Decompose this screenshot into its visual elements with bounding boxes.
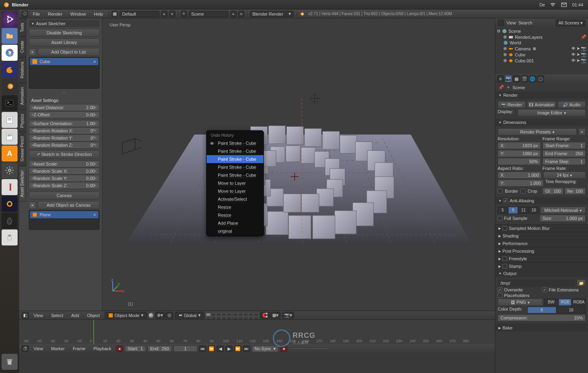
layer-buttons-2[interactable] (233, 313, 259, 320)
keyframe-next-icon[interactable]: ⏩ (234, 345, 241, 352)
keyboard-layout-indicator[interactable]: De (539, 2, 545, 7)
display-selector[interactable]: Image Editor ▾ (518, 109, 586, 116)
launcher-dash-icon[interactable] (2, 11, 18, 27)
random-rotation-y-field[interactable]: ◂Random Rotation Y:0°▸ (29, 134, 100, 142)
play-icon[interactable]: ▶ (225, 345, 233, 352)
menu-window[interactable]: Window (67, 11, 89, 17)
canvas-list[interactable]: Plane × (29, 210, 100, 230)
audio-button[interactable]: 🔊 Audio (558, 101, 586, 108)
section-enable-checkbox[interactable] (502, 226, 507, 231)
tl-menu-marker[interactable]: Marker (48, 345, 68, 352)
launcher-blender-icon[interactable] (2, 78, 18, 94)
frame-rate-selector[interactable]: 24 fps ▾ (543, 172, 586, 179)
output-section-header[interactable]: ▼Output (495, 270, 588, 277)
outliner-menu-search[interactable]: Search (518, 20, 532, 25)
vp-menu-add[interactable]: Add (68, 312, 82, 319)
aa-sample-option[interactable]: 16 (529, 207, 539, 214)
anti-aliasing-section-header[interactable]: ▼Anti-Aliasing (495, 197, 588, 204)
launcher-chrome-icon[interactable] (2, 45, 18, 61)
eye-icon[interactable]: 👁 (571, 46, 576, 51)
world-tab-icon[interactable]: 🌐 (529, 75, 536, 82)
menu-render[interactable]: Render (45, 11, 66, 17)
add-preset-icon[interactable]: + (578, 128, 586, 136)
jump-start-icon[interactable]: ⏮ (199, 345, 206, 352)
color-depth-buttons[interactable]: 816 (527, 307, 586, 313)
tab-animation[interactable]: Animation (19, 83, 26, 109)
editor-type-icon[interactable]: ⓘ (22, 11, 28, 17)
keyframe-prev-icon[interactable]: ⏪ (208, 345, 215, 352)
pivot-widgets[interactable]: ⊕▾◎ (155, 312, 173, 319)
cursor-icon[interactable]: ➤ (576, 46, 580, 51)
undo-history-item[interactable]: Move to Layer (207, 187, 263, 195)
tl-menu-frame[interactable]: Frame (70, 345, 89, 352)
menu-help[interactable]: Help (91, 11, 106, 17)
outliner-renderlayers[interactable]: ⊕RenderLayers📌 (497, 34, 586, 40)
aa-size-field[interactable]: Size:1.000 px (540, 215, 586, 222)
collapsed-section-header[interactable]: ▶Freestyle (495, 255, 588, 262)
mode-selector[interactable]: Object Mode▾ (105, 312, 147, 319)
aa-sample-option[interactable]: 8 (508, 207, 518, 214)
launcher-files-icon[interactable] (2, 28, 18, 44)
autokey-icon[interactable]: ● (280, 345, 287, 352)
resolution-y-field[interactable]: Y:1080 px (498, 150, 541, 157)
collapsed-section-header[interactable]: ▶Sampled Motion Blur (495, 224, 588, 232)
collapsed-section-header[interactable]: ▶Stamp (495, 262, 588, 270)
add-object-as-canvas-button[interactable]: Add Object as Canvas (38, 201, 100, 209)
collapsed-section-header[interactable]: ▶Shading (495, 232, 588, 239)
scene-add-icon[interactable]: + (230, 11, 237, 17)
tab-tools[interactable]: Tools (19, 18, 26, 36)
launcher-calc-icon[interactable] (2, 129, 18, 145)
scene-browse-icon[interactable]: ✧ (181, 11, 187, 17)
resolution-x-field[interactable]: X:1920 px (498, 142, 541, 149)
outliner-filter-selector[interactable]: All Scenes ▾ (556, 20, 586, 26)
undo-history-item[interactable]: 👁Paint Stroke - Cube (207, 139, 263, 147)
pin-icon[interactable]: 📌 (498, 85, 504, 90)
surface-orientation-field[interactable]: ◂Surface Orientation:1.00▸ (29, 120, 100, 127)
outliner-menu-view[interactable]: View (506, 20, 516, 25)
random-scale-y-field[interactable]: ◂Random Scale Y:0.00▸ (29, 175, 100, 182)
asset-list[interactable]: Cube × (29, 57, 100, 89)
outliner-scene[interactable]: ⊖Scene (497, 28, 586, 34)
launcher-inkscape-icon[interactable] (2, 213, 18, 229)
grip-icon[interactable]: ═ (29, 90, 100, 95)
tab-asset-sketcher[interactable]: Asset Sketcher (19, 166, 26, 201)
launcher-app2-icon[interactable] (2, 179, 18, 195)
mail-icon[interactable] (561, 2, 567, 8)
collapsed-section-header[interactable]: ▶Post Processing (495, 247, 588, 255)
outliner-world[interactable]: World (497, 40, 586, 46)
shading-mode-icon[interactable] (149, 313, 153, 318)
collapsed-section-header[interactable]: ▶Performance (495, 239, 588, 247)
timeline-editor-icon[interactable]: ⏱ (22, 345, 29, 352)
launcher-settings-icon[interactable] (2, 162, 18, 178)
undo-history-item[interactable]: Resize (207, 211, 263, 219)
asset-list-item-cube[interactable]: Cube × (30, 58, 98, 65)
file-format-selector[interactable]: 🖼 PNG ▾ (498, 299, 543, 306)
jump-end-icon[interactable]: ⏭ (243, 345, 250, 352)
overwrite-checkbox[interactable] (498, 287, 502, 292)
render-presets-selector[interactable]: Render Presets ▾ (498, 128, 577, 136)
file-extensions-checkbox[interactable] (542, 287, 547, 292)
color-depth-option[interactable]: 8 (527, 307, 556, 313)
end-frame-field[interactable]: End Frame:250 (542, 150, 586, 157)
render-section-header[interactable]: ▼Render (495, 92, 588, 99)
outliner-editor-icon[interactable] (498, 20, 504, 26)
color-mode-buttons[interactable]: BWRGBRGBA (544, 299, 586, 306)
frame-step-field[interactable]: Frame Step:1 (542, 158, 586, 165)
scene-selector[interactable]: Scene (189, 11, 229, 17)
random-scale-x-field[interactable]: ◂Random Scale X:0.00▸ (29, 168, 100, 175)
compression-field[interactable]: Compression:15% (498, 314, 586, 321)
layout-selector[interactable]: Default (120, 11, 159, 17)
tab-relations[interactable]: Relations (19, 57, 26, 83)
color-depth-option[interactable]: 16 (557, 307, 586, 313)
outliner-cube-001[interactable]: ⊕Cube.001👁➤📷 (497, 58, 586, 64)
aa-filter-selector[interactable]: Mitchell-Netravali ▾ (540, 207, 586, 214)
undo-history-item[interactable]: Paint Stroke - Cube (207, 155, 263, 163)
snap-type-icon[interactable]: ▦▾ (270, 312, 281, 319)
remap-new-field[interactable]: Ne:100 (564, 187, 586, 195)
render-engine-selector[interactable]: Blender Render▾ (250, 11, 294, 17)
output-path-field[interactable]: /tmp/ (498, 279, 575, 287)
object-tab-icon[interactable]: ▢ (537, 75, 544, 82)
render-button[interactable]: 📷 Render (498, 101, 526, 108)
layers-tab-icon[interactable]: ▦ (513, 75, 520, 82)
sync-mode-selector[interactable]: No Sync▾ (252, 345, 279, 352)
